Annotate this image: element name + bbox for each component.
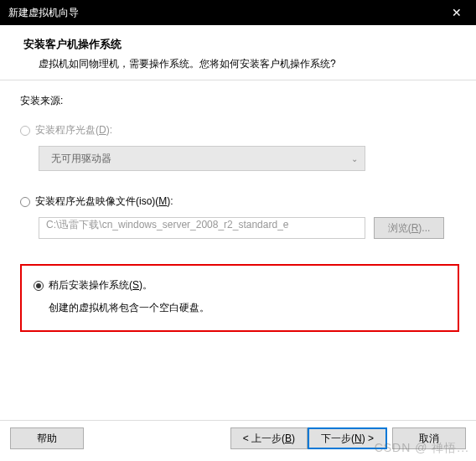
chevron-down-icon: ⌄	[351, 154, 358, 163]
option-installer-disc: 安装程序光盘(D): 无可用驱动器 ⌄	[20, 123, 459, 171]
radio-icon	[20, 197, 30, 207]
radio-row-iso[interactable]: 安装程序光盘映像文件(iso)(M):	[20, 194, 459, 209]
close-button[interactable]: ✕	[437, 0, 476, 25]
dropdown-value: 无可用驱动器	[51, 152, 111, 166]
iso-path-input[interactable]: C:\迅雷下载\cn_windows_server_2008_r2_standa…	[39, 217, 365, 239]
radio-icon	[20, 126, 30, 136]
radio-row-disc[interactable]: 安装程序光盘(D):	[20, 123, 459, 137]
next-button[interactable]: 下一步(N) >	[308, 427, 387, 449]
radio-row-later[interactable]: 稍后安装操作系统(S)。	[34, 278, 446, 293]
install-from-label: 安装来源:	[20, 94, 459, 108]
browse-button[interactable]: 浏览(R)...	[374, 217, 444, 239]
later-description: 创建的虚拟机将包含一个空白硬盘。	[49, 301, 446, 315]
page-subtitle: 虚拟机如同物理机，需要操作系统。您将如何安装客户机操作系统?	[39, 57, 459, 71]
window-title: 新建虚拟机向导	[8, 6, 79, 20]
cancel-button[interactable]: 取消	[392, 427, 466, 449]
radio-later-label: 稍后安装操作系统(S)。	[49, 278, 153, 293]
wizard-header: 安装客户机操作系统 虚拟机如同物理机，需要操作系统。您将如何安装客户机操作系统?	[0, 25, 476, 80]
titlebar: 新建虚拟机向导 ✕	[0, 0, 476, 25]
radio-icon	[34, 281, 44, 291]
option-iso-file: 安装程序光盘映像文件(iso)(M): C:\迅雷下载\cn_windows_s…	[20, 194, 459, 239]
page-title: 安装客户机操作系统	[23, 37, 459, 52]
button-bar: 帮助 < 上一步(B) 下一步(N) > 取消	[0, 420, 476, 456]
help-button[interactable]: 帮助	[10, 427, 84, 449]
radio-iso-label: 安装程序光盘映像文件(iso)(M):	[35, 194, 173, 209]
iso-file-row: C:\迅雷下载\cn_windows_server_2008_r2_standa…	[39, 217, 459, 239]
content-area: 安装来源: 安装程序光盘(D): 无可用驱动器 ⌄ 安装程序光盘映像文件(iso…	[0, 80, 476, 340]
highlighted-option-box: 稍后安装操作系统(S)。 创建的虚拟机将包含一个空白硬盘。	[20, 264, 459, 332]
close-icon: ✕	[452, 6, 462, 19]
drive-dropdown[interactable]: 无可用驱动器 ⌄	[39, 146, 365, 171]
radio-disc-label: 安装程序光盘(D):	[35, 123, 112, 137]
back-button[interactable]: < 上一步(B)	[230, 427, 308, 449]
